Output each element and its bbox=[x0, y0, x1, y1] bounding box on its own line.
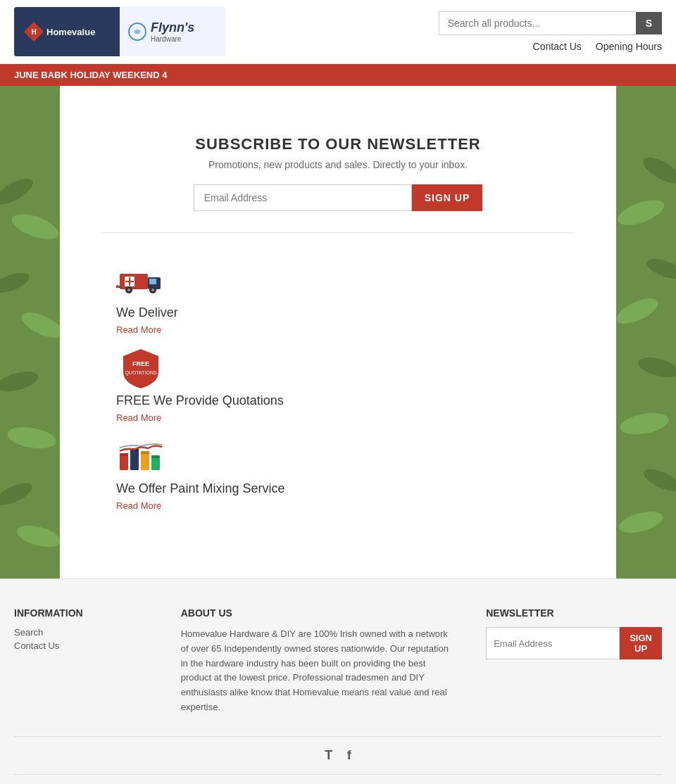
opening-hours-link[interactable]: Opening Hours bbox=[596, 41, 662, 52]
service-delivery-readmore[interactable]: Read More bbox=[116, 324, 161, 335]
svg-point-28 bbox=[127, 289, 130, 291]
svg-text:QUOTATIONS: QUOTATIONS bbox=[125, 370, 157, 376]
svg-rect-35 bbox=[120, 455, 128, 470]
footer-about-col: ABOUT US Homevalue Hardware & DIY are 10… bbox=[181, 607, 458, 715]
delivery-truck-icon bbox=[116, 261, 165, 300]
paint-svg bbox=[116, 437, 165, 476]
service-quotations-readmore[interactable]: Read More bbox=[116, 412, 161, 423]
plant-decoration-left bbox=[0, 86, 60, 578]
svg-text:H: H bbox=[31, 28, 36, 36]
services-section: We Deliver Read More FREE QUOTATIONS bbox=[102, 247, 574, 539]
footer-about-text: Homevalue Hardware & DIY are 100% Irish … bbox=[181, 627, 458, 715]
service-paint-title: We Offer Paint Mixing Service bbox=[116, 481, 284, 496]
svg-rect-42 bbox=[151, 455, 160, 458]
newsletter-subtext: Promotions, new products and sales. Dire… bbox=[102, 159, 574, 170]
homevalue-logo: H Homevalue bbox=[14, 7, 120, 56]
hero-section: SUBSCRIBE TO OUR NEWSLETTER Promotions, … bbox=[0, 86, 676, 578]
svg-point-30 bbox=[151, 289, 154, 291]
footer-email-input[interactable] bbox=[486, 627, 620, 659]
svg-rect-40 bbox=[141, 451, 149, 454]
plant-bg-right bbox=[616, 86, 676, 578]
flynns-hardware-label: Hardware bbox=[151, 35, 194, 43]
announcement-banner: JUNE BABK HOLIDAY WEEKEND 4 bbox=[0, 64, 676, 86]
svg-rect-37 bbox=[130, 450, 139, 470]
search-input[interactable] bbox=[439, 11, 636, 35]
service-quotations-title: FREE We Provide Quotations bbox=[116, 393, 284, 408]
service-paint: We Offer Paint Mixing Service Read More bbox=[102, 437, 574, 511]
search-bar: S bbox=[439, 11, 662, 35]
homevalue-icon: H bbox=[21, 19, 46, 44]
newsletter-heading: SUBSCRIBE TO OUR NEWSLETTER bbox=[102, 135, 574, 153]
plant-bg-left bbox=[0, 86, 60, 578]
service-quotations: FREE QUOTATIONS FREE We Provide Quotatio… bbox=[102, 349, 574, 423]
footer: INFORMATION Search Contact Us ABOUT US H… bbox=[0, 578, 676, 784]
quotations-svg: FREE QUOTATIONS bbox=[120, 348, 162, 390]
footer-signup-button[interactable]: SIGN UP bbox=[620, 627, 662, 659]
contact-us-link[interactable]: Contact Us bbox=[533, 41, 582, 52]
twitter-link[interactable]: T bbox=[325, 748, 332, 762]
footer-social: T f bbox=[14, 736, 662, 775]
paint-mixing-icon bbox=[116, 437, 165, 476]
flynns-logo: Flynn's Hardware bbox=[120, 7, 225, 56]
svg-rect-41 bbox=[151, 457, 160, 470]
svg-rect-24 bbox=[125, 281, 134, 282]
footer-information-heading: INFORMATION bbox=[14, 607, 153, 619]
search-button[interactable]: S bbox=[636, 12, 662, 34]
logo: H Homevalue Flynn's Hardware bbox=[14, 7, 225, 56]
footer-newsletter-form: SIGN UP bbox=[486, 627, 662, 659]
facebook-link[interactable]: f bbox=[347, 748, 351, 762]
free-quotations-icon: FREE QUOTATIONS bbox=[116, 349, 165, 388]
newsletter-email-input[interactable] bbox=[194, 184, 412, 211]
footer-top: INFORMATION Search Contact Us ABOUT US H… bbox=[14, 607, 662, 715]
flynns-name: Flynn's bbox=[151, 20, 194, 35]
header-right: S Contact Us Opening Hours bbox=[439, 11, 662, 52]
footer-about-heading: ABOUT US bbox=[181, 607, 458, 619]
flynns-text-block: Flynn's Hardware bbox=[151, 20, 194, 43]
homevalue-text: Homevalue bbox=[46, 27, 95, 37]
header: H Homevalue Flynn's Hardware bbox=[0, 0, 676, 64]
svg-point-32 bbox=[116, 285, 119, 288]
svg-rect-26 bbox=[149, 279, 156, 284]
service-delivery-title: We Deliver bbox=[116, 305, 178, 320]
service-paint-readmore[interactable]: Read More bbox=[116, 500, 161, 511]
footer-contact-link[interactable]: Contact Us bbox=[14, 640, 153, 651]
footer-information-col: INFORMATION Search Contact Us bbox=[14, 607, 153, 715]
banner-text: JUNE BABK HOLIDAY WEEKEND 4 bbox=[14, 70, 167, 80]
newsletter-section: SUBSCRIBE TO OUR NEWSLETTER Promotions, … bbox=[102, 107, 574, 233]
footer-newsletter-col: NEWSLETTER SIGN UP bbox=[486, 607, 662, 715]
service-delivery: We Deliver Read More bbox=[102, 261, 574, 335]
svg-text:FREE: FREE bbox=[132, 360, 149, 367]
newsletter-form: SIGN UP bbox=[102, 184, 574, 211]
plant-decoration-right bbox=[616, 86, 676, 578]
delivery-svg bbox=[116, 263, 165, 298]
newsletter-signup-button[interactable]: SIGN UP bbox=[412, 184, 483, 211]
footer-newsletter-heading: NEWSLETTER bbox=[486, 607, 662, 619]
hero-content: SUBSCRIBE TO OUR NEWSLETTER Promotions, … bbox=[60, 86, 616, 567]
logo-container: H Homevalue Flynn's Hardware bbox=[14, 7, 225, 56]
footer-search-link[interactable]: Search bbox=[14, 627, 153, 638]
svg-rect-36 bbox=[120, 453, 128, 456]
header-nav: Contact Us Opening Hours bbox=[533, 41, 662, 52]
svg-rect-39 bbox=[141, 453, 149, 470]
flynns-swirl-icon bbox=[127, 21, 148, 42]
